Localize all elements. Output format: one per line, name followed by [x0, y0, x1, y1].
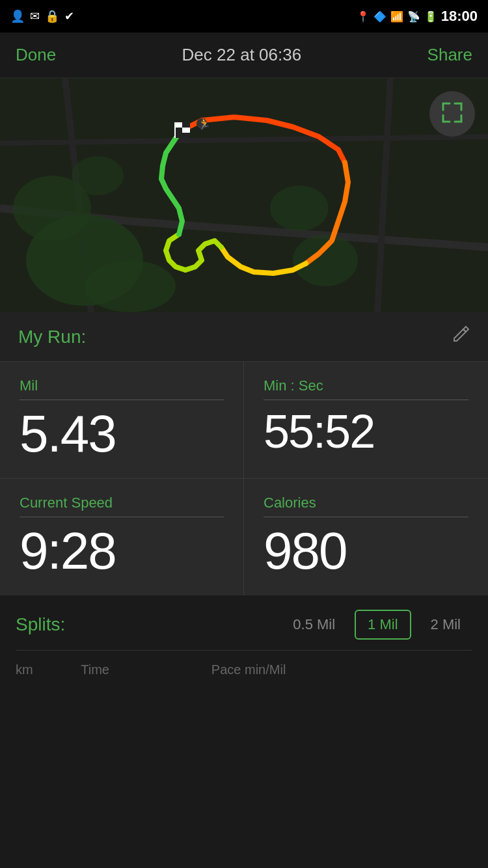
status-icons-left: 👤 ✉ 🔒 ✔ [10, 9, 74, 23]
person-icon: 👤 [10, 9, 25, 23]
svg-point-8 [85, 260, 176, 312]
header: Done Dec 22 at 06:36 Share [0, 33, 488, 78]
wifi-icon: 📶 [390, 10, 403, 23]
svg-point-10 [270, 185, 329, 231]
stat-divider-3 [20, 517, 224, 517]
splits-col-pace: Pace min/Mil [211, 662, 472, 677]
status-icons-right: 📍 🔷 📶 📡 🔋 18:00 [357, 8, 478, 25]
status-time: 18:00 [441, 8, 478, 25]
svg-point-9 [293, 234, 358, 286]
splits-header: Splits: 0.5 Mil 1 Mil 2 Mil [16, 610, 472, 640]
stat-speed-label: Current Speed [20, 495, 224, 511]
splits-col-time: Time [81, 662, 211, 677]
split-option-two[interactable]: 2 Mil [419, 611, 472, 638]
status-bar: 👤 ✉ 🔒 ✔ 📍 🔷 📶 📡 🔋 18:00 [0, 0, 488, 33]
expand-button[interactable] [429, 91, 475, 137]
svg-rect-16 [182, 128, 190, 133]
share-button[interactable]: Share [427, 45, 472, 65]
split-option-half[interactable]: 0.5 Mil [281, 611, 347, 638]
stat-distance: Mil 5.43 [0, 362, 244, 479]
stat-divider-4 [264, 517, 468, 517]
check-icon: ✔ [64, 9, 74, 23]
location-icon: 📍 [357, 10, 370, 23]
stat-distance-value: 5.43 [20, 408, 224, 460]
splits-col-km: km [16, 662, 81, 677]
stat-calories-label: Calories [264, 495, 468, 511]
header-title: Dec 22 at 06:36 [182, 45, 302, 65]
done-button[interactable]: Done [16, 45, 56, 65]
splits-label: Splits: [16, 614, 268, 635]
svg-text:🏃: 🏃 [198, 118, 211, 130]
stat-time: Min : Sec 55:52 [244, 362, 488, 479]
svg-rect-17 [174, 122, 176, 138]
my-run-label: My Run: [18, 327, 86, 347]
stat-speed: Current Speed 9:28 [0, 479, 244, 595]
route-map: 🏃 [0, 78, 488, 312]
mail-icon: ✉ [30, 9, 40, 23]
my-run-section: My Run: [0, 312, 488, 362]
stats-grid: Mil 5.43 Min : Sec 55:52 Current Speed 9… [0, 362, 488, 595]
signal-icon: 📡 [407, 10, 420, 23]
svg-rect-15 [182, 122, 190, 128]
edit-icon[interactable] [452, 325, 470, 348]
split-option-one[interactable]: 1 Mil [355, 610, 411, 640]
expand-icon [441, 101, 464, 128]
stat-distance-label: Mil [20, 377, 224, 394]
stat-speed-value: 9:28 [20, 525, 224, 577]
stat-calories: Calories 980 [244, 479, 488, 595]
stat-calories-value: 980 [264, 525, 468, 577]
svg-point-11 [72, 156, 124, 195]
splits-section: Splits: 0.5 Mil 1 Mil 2 Mil km Time Pace… [0, 595, 488, 684]
stat-divider-1 [20, 400, 224, 400]
splits-options: 0.5 Mil 1 Mil 2 Mil [281, 610, 472, 640]
stat-time-label: Min : Sec [264, 377, 468, 394]
bluetooth-icon: 🔷 [373, 10, 386, 23]
battery-icon: 🔋 [424, 10, 437, 23]
splits-table-header: km Time Pace min/Mil [16, 650, 472, 684]
map-container[interactable]: 🏃 [0, 78, 488, 312]
stat-divider-2 [264, 400, 468, 400]
stat-time-value: 55:52 [264, 408, 468, 455]
lock-icon: 🔒 [45, 9, 59, 23]
